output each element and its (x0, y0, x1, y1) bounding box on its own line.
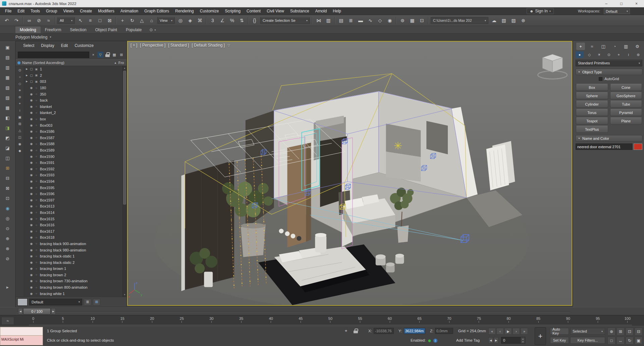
utilities-tab-icon[interactable]: ⚙ (633, 43, 642, 50)
scene-object-row[interactable]: ◉○bracing black-static 1 (24, 253, 122, 260)
named-selection-sets-icon[interactable]: {} (250, 16, 259, 25)
key-step-back-button[interactable]: ◀ (488, 337, 493, 343)
align-icon[interactable]: ▥ (324, 16, 333, 25)
render-elements-icon[interactable]: ▨ (509, 16, 518, 25)
filter-containers-icon[interactable]: ◫ (17, 134, 23, 140)
spinner-snap-icon[interactable]: ⇅ (237, 16, 247, 25)
filter-helpers-icon[interactable]: ⌖ (17, 101, 23, 106)
selection-lock-icon[interactable] (354, 329, 358, 334)
material-editor-icon[interactable]: ◉ (385, 16, 394, 25)
spacewarps-category-icon[interactable]: ≀ (625, 51, 633, 58)
workspaces-dropdown[interactable]: Default ▾ (604, 8, 630, 14)
dock-tool-icon-13[interactable]: ⊞ (4, 164, 11, 172)
textplus-primitive-button[interactable]: TextPlus (576, 126, 608, 133)
active-layer-dropdown[interactable]: Default ▾ (29, 299, 82, 305)
scene-object-row[interactable]: ▶▢▣1 (24, 66, 122, 72)
scene-object-row[interactable]: ◉○bracing black-static 2 (24, 259, 122, 266)
undo-icon[interactable]: ↶ (2, 16, 11, 25)
previous-frame-slider-button[interactable]: ◀ (18, 308, 23, 314)
visibility-eye-icon[interactable]: ◉ (29, 99, 34, 102)
visibility-eye-icon[interactable]: ◉ (29, 167, 34, 171)
explorer-menu-customize[interactable]: Customize (71, 42, 97, 49)
shapes-category-icon[interactable]: ◇ (585, 51, 593, 58)
named-selection-dropdown[interactable]: Create Selection Se▾ (260, 17, 310, 24)
visibility-eye-icon[interactable]: ◉ (29, 93, 34, 96)
tab-object-paint[interactable]: Object Paint (91, 26, 121, 33)
angle-snap-icon[interactable]: ∠ (218, 16, 227, 25)
ribbon-toggle-icon[interactable]: ▬ (356, 16, 365, 25)
scene-object-row[interactable]: ◉○Box1616 (24, 222, 122, 228)
ribbon-minimize-icon[interactable]: ▾ (155, 28, 156, 32)
scene-object-row[interactable]: ◉○180 (24, 85, 122, 91)
hierarchy-tab-icon[interactable]: ◫ (599, 43, 608, 50)
maximize-button[interactable]: □ (614, 0, 629, 7)
scene-object-row[interactable]: ◉○Box1589 (24, 147, 122, 154)
z-coordinate-field[interactable]: 0,0mm (435, 328, 453, 334)
info-icon[interactable]: i (433, 339, 437, 343)
scroll-up-icon[interactable]: ▲ (123, 66, 126, 70)
explorer-search-input[interactable] (18, 52, 89, 58)
key-filters-button[interactable]: Key Filters... (570, 337, 605, 344)
visibility-eye-icon[interactable]: ◉ (29, 130, 34, 133)
rendered-frame-icon[interactable]: ▦ (408, 16, 417, 25)
visibility-eye-icon[interactable]: ◉ (29, 142, 34, 146)
scrollbar-thumb[interactable] (123, 71, 126, 205)
autogrid-checkbox[interactable] (599, 77, 602, 81)
x-coordinate-field[interactable]: -10338,76 (374, 328, 394, 334)
tube-primitive-button[interactable]: Tube (610, 101, 642, 108)
visibility-eye-icon[interactable]: ◉ (29, 180, 34, 183)
motion-tab-icon[interactable]: ◔ (610, 43, 619, 50)
menu-create[interactable]: Create (77, 8, 95, 14)
cylinder-primitive-button[interactable]: Cylinder (576, 101, 608, 108)
scene-object-row[interactable]: ◉○Box1615 (24, 216, 122, 222)
pyramid-primitive-button[interactable]: Pyramid (610, 109, 642, 116)
tab-freeform[interactable]: Freeform (41, 26, 66, 33)
group-icon[interactable]: ▢ (29, 67, 34, 71)
filter-funnel-icon[interactable]: ▽ (97, 52, 103, 58)
teapot-primitive-button[interactable]: Teapot (576, 117, 608, 124)
scene-object-row[interactable]: ◉○Box1597 (24, 197, 122, 203)
filter-selection-icon[interactable]: ◆ (17, 148, 23, 153)
arnold-render-icon[interactable]: ⊛ (519, 16, 528, 25)
visibility-eye-icon[interactable]: ◉ (29, 124, 34, 127)
lock-explorer-icon[interactable] (104, 52, 110, 58)
bind-to-space-warp-icon[interactable]: ≈ (44, 16, 53, 25)
add-time-tag[interactable]: Add Time Tag (456, 338, 480, 342)
dock-tool-icon-18[interactable]: ◎ (4, 215, 11, 222)
dock-tool-icon-20[interactable]: ⊕ (4, 235, 11, 242)
dock-tool-icon-22[interactable]: ⊘ (4, 255, 11, 262)
layer-grid-button[interactable]: ⊞ (93, 299, 100, 305)
project-folder-field[interactable]: C:\Users\1\...ds Max 202▾ (431, 17, 488, 24)
menu-rendering[interactable]: Rendering (172, 8, 197, 14)
scene-object-row[interactable]: ◉○blanket_2 (24, 110, 122, 116)
state-sets-icon[interactable]: ▧ (499, 16, 508, 25)
visibility-eye-icon[interactable]: ◉ (29, 248, 34, 252)
visibility-eye-icon[interactable]: ◉ (29, 236, 34, 239)
reference-coordinate-dropdown[interactable]: View▾ (157, 17, 175, 24)
modify-tab-icon[interactable]: ≈ (588, 43, 596, 50)
visibility-eye-icon[interactable]: ◉ (29, 254, 34, 258)
scene-object-row[interactable]: ◉○blanket (24, 104, 122, 110)
dock-tool-icon-15[interactable]: ⊠ (4, 184, 11, 192)
menu-file[interactable]: File (2, 8, 14, 14)
filter-spacewarps-icon[interactable]: ≀ (17, 108, 23, 113)
scene-object-row[interactable]: ◉○Box1587 (24, 135, 122, 141)
render-setup-icon[interactable]: ⊚ (398, 16, 407, 25)
time-slider-track[interactable] (17, 311, 570, 312)
explorer-scrollbar[interactable]: ▲ ▼ (122, 66, 126, 297)
menu-group[interactable]: Group (43, 8, 60, 14)
orbit-icon[interactable]: ↻ (626, 337, 634, 345)
dock-tool-icon-7[interactable]: ▩ (4, 104, 11, 111)
isolate-selection-icon[interactable]: ⌖ (345, 328, 347, 334)
visibility-eye-icon[interactable]: ◉ (29, 267, 34, 270)
scene-object-row[interactable]: ◉○Box003 (24, 122, 122, 128)
previous-frame-button[interactable]: ‹ (496, 328, 504, 335)
select-and-rotate-icon[interactable]: ↻ (127, 16, 137, 25)
visibility-eye-icon[interactable]: ◉ (29, 286, 34, 289)
scene-object-row[interactable]: ◉○Box1586 (24, 128, 122, 135)
menu-substance[interactable]: Substance (287, 8, 312, 14)
scene-object-row[interactable]: ◉○bracing black 900-animation (24, 241, 122, 247)
rectangular-selection-icon[interactable]: □ (95, 16, 105, 25)
tab-modeling[interactable]: Modeling (15, 26, 41, 33)
sphere-primitive-button[interactable]: Sphere (576, 92, 608, 99)
